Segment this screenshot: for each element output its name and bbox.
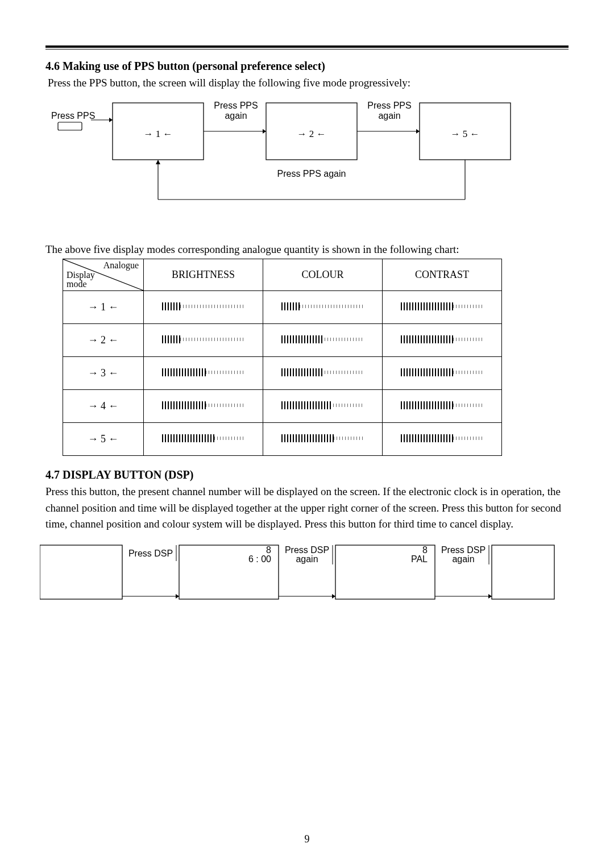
press-dsp-again-1: Press DSP [285,545,329,555]
press-dsp-again-2: Press DSP [441,545,486,555]
section-4-6-title: 4.6 Making use of PPS button (personal p… [45,60,569,73]
pps-flow-diagram: Press PPS → 1 ← Press PPS again → 2 ← Pr… [34,97,557,222]
dsp-screen-3 [492,545,554,599]
section-4-6-intro: Press the PPS button, the screen will di… [48,75,569,92]
level-bar [400,301,485,312]
mode-1-indicator: → 1 ← [144,128,173,139]
level-bar [161,301,246,312]
dsp-screen-2-sys: PAL [411,554,428,564]
level-bar [280,301,366,312]
level-bar [161,433,246,443]
level-bar [161,400,246,410]
diag-bottom-label-2: mode [67,279,87,289]
level-bar [280,400,366,410]
table-row: → 3 ← [63,357,502,390]
value-cell [263,357,383,390]
level-bar [161,334,246,344]
press-pps-again-loop: Press PPS again [277,169,346,178]
arrow-head [263,129,266,134]
svg-text:again: again [225,111,247,121]
value-cell [144,291,263,324]
svg-text:again: again [378,111,400,121]
arrow-head [416,129,420,134]
value-cell [144,357,263,390]
mode-5-indicator: → 5 ← [451,128,480,139]
svg-text:again: again [296,554,318,564]
pre-table-text: The above five display modes correspondi… [45,242,569,258]
mode-cell: → 4 ← [63,390,144,423]
press-pps-again-2: Press PPS [367,101,411,110]
level-bar [280,334,366,344]
press-pps-again-1: Press PPS [214,101,258,110]
arrow-head [332,594,335,599]
table-row: → 2 ← [63,324,502,357]
arrow-head [109,118,113,122]
value-cell [263,324,383,357]
arrow-head [156,160,160,164]
section-4-7-title: 4.7 DISPLAY BUTTON (DSP) [45,468,569,481]
value-cell [263,390,383,423]
level-bar [400,334,485,344]
level-bar [400,367,485,377]
dsp-screen-1-ch: 8 [266,545,271,555]
value-cell [144,390,263,423]
dsp-screen-2 [335,545,435,599]
col-colour: COLOUR [263,259,383,291]
table-row: → 4 ← [63,390,502,423]
press-dsp-label: Press DSP [128,549,173,558]
col-contrast: CONTRAST [383,259,502,291]
dsp-flow-diagram: Press DSP 8 6 : 00 Press DSP again 8 PAL… [40,539,563,619]
level-bar [280,367,366,377]
level-bar [400,400,485,410]
value-cell [263,291,383,324]
value-cell [383,357,502,390]
arrow-head [176,594,179,599]
mode-cell: → 5 ← [63,423,144,456]
value-cell [144,324,263,357]
mode-cell: → 1 ← [63,291,144,324]
pps-button-icon [58,122,82,130]
dsp-screen-0 [40,545,122,599]
arrow-head [488,594,492,599]
table-row: → 1 ← [63,291,502,324]
svg-text:again: again [452,554,474,564]
col-brightness: BRIGHTNESS [144,259,263,291]
press-pps-label: Press PPS [51,111,95,121]
table-diag-header: Analogue Display mode [63,259,144,291]
page-number: 9 [0,833,614,845]
value-cell [383,423,502,456]
section-4-7-body: Press this button, the present channel n… [45,484,569,533]
level-bar [280,433,366,443]
level-bar [161,367,246,377]
level-bar [400,433,485,443]
value-cell [383,324,502,357]
mode-cell: → 2 ← [63,324,144,357]
table-row: → 5 ← [63,423,502,456]
double-rule [45,45,569,49]
dsp-screen-1-time: 6 : 00 [248,554,271,564]
dsp-screen-2-ch: 8 [422,545,428,555]
value-cell [263,423,383,456]
mode-2-indicator: → 2 ← [297,128,326,139]
dsp-screen-1 [179,545,279,599]
value-cell [383,291,502,324]
diag-top-label: Analogue [103,260,139,271]
value-cell [383,390,502,423]
analogue-table: Analogue Display mode BRIGHTNESS COLOUR … [63,259,502,456]
value-cell [144,423,263,456]
mode-cell: → 3 ← [63,357,144,390]
